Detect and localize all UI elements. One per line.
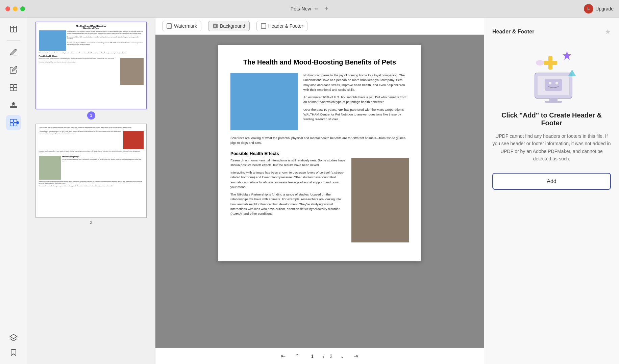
- svg-rect-5: [14, 84, 17, 87]
- sidebar-bottom: [6, 330, 21, 360]
- sidebar-item-stamp[interactable]: [6, 98, 21, 112]
- svg-point-31: [536, 60, 544, 66]
- doc-para2: An estimated 68% of U.S. households have…: [303, 95, 409, 105]
- svg-rect-1: [14, 26, 17, 32]
- doc-para3: Over the past 10 years, NIH has partnere…: [303, 107, 409, 122]
- prev-page-button[interactable]: ⌃: [293, 352, 301, 361]
- titlebar: Pets-New ✏ + L Upgrade: [0, 0, 619, 18]
- sidebar-divider: [7, 41, 20, 41]
- content-area: Watermark Background Header & Footer: [155, 18, 484, 364]
- star-icon[interactable]: ★: [605, 28, 611, 36]
- svg-point-29: [555, 82, 558, 84]
- left-sidebar: [0, 18, 27, 364]
- sidebar-item-reader[interactable]: [6, 22, 21, 36]
- right-panel-title: Click "Add" to Create Header & Footer: [492, 111, 611, 127]
- right-panel-description: UPDF cannot find any headers or footers …: [492, 132, 611, 163]
- minimize-button[interactable]: [13, 6, 18, 11]
- background-tab[interactable]: Background: [208, 21, 250, 31]
- titlebar-right: L Upgrade: [584, 4, 614, 14]
- header-footer-label: Header & Footer: [268, 23, 303, 29]
- last-page-button[interactable]: ⇥: [352, 352, 360, 361]
- page-thumb-inner-2[interactable]: This is a broadly important problem for …: [35, 124, 147, 218]
- doc-cols-1: Nothing compares to the joy of coming ho…: [230, 73, 409, 130]
- sidebar-item-edit[interactable]: [6, 62, 21, 77]
- svg-rect-17: [261, 24, 266, 28]
- svg-marker-26: [563, 51, 571, 60]
- svg-rect-0: [10, 26, 13, 32]
- user-avatar: L: [584, 4, 593, 14]
- sidebar-item-tools[interactable]: [6, 115, 21, 130]
- sidebar-item-layers[interactable]: [6, 330, 21, 345]
- watermark-tab[interactable]: Watermark: [162, 21, 201, 31]
- doc-main-title: The Health and Mood-Boosting Benefits of…: [230, 58, 409, 66]
- pagination-bar: ⇤ ⌃ 1 / 2 ⌄ ⇥: [155, 348, 484, 364]
- titlebar-center: Pets-New ✏ +: [291, 5, 328, 12]
- upgrade-button[interactable]: L Upgrade: [584, 4, 614, 14]
- svg-rect-9: [10, 119, 13, 122]
- maximize-button[interactable]: [20, 6, 25, 11]
- right-illustration: [515, 43, 589, 105]
- traffic-lights: [5, 6, 25, 11]
- next-page-button[interactable]: ⌄: [338, 352, 346, 361]
- document-title: Pets-New: [291, 6, 311, 11]
- pages-panel: The Health and Mood-BoostingBenefits of …: [27, 18, 155, 364]
- svg-rect-11: [10, 123, 13, 126]
- right-panel: Header & Footer ★: [484, 18, 619, 364]
- doc-page-1: The Health and Mood-Boosting Benefits of…: [218, 45, 421, 261]
- svg-rect-25: [544, 61, 557, 65]
- doc-cols-2: Research on human-animal interactions is…: [230, 158, 409, 242]
- sidebar-item-bookmark[interactable]: [6, 345, 21, 360]
- page-thumb-1[interactable]: The Health and Mood-BoostingBenefits of …: [30, 22, 152, 120]
- page-separator: /: [323, 354, 324, 359]
- page-thumb-2[interactable]: This is a broadly important problem for …: [30, 124, 152, 225]
- sidebar-item-annotate[interactable]: [6, 45, 21, 60]
- doc-cat-image: [230, 73, 298, 130]
- close-button[interactable]: [5, 6, 10, 11]
- svg-rect-6: [10, 88, 13, 91]
- edit-title-icon[interactable]: ✏: [315, 6, 319, 11]
- page-badge-1: 1: [87, 111, 95, 120]
- watermark-label: Watermark: [174, 23, 197, 29]
- svg-rect-7: [14, 88, 17, 91]
- upgrade-label: Upgrade: [595, 6, 614, 11]
- add-button[interactable]: Add: [492, 173, 611, 190]
- main-container: The Health and Mood-BoostingBenefits of …: [0, 18, 619, 364]
- page-thumb-inner-1[interactable]: The Health and Mood-BoostingBenefits of …: [35, 22, 147, 109]
- active-dot: [16, 121, 19, 124]
- panel-title: Header & Footer: [492, 29, 534, 35]
- doc-view: The Health and Mood-Boosting Benefits of…: [155, 35, 484, 348]
- svg-point-28: [549, 82, 551, 84]
- svg-rect-27: [545, 79, 562, 91]
- right-panel-header: Header & Footer ★: [492, 28, 611, 36]
- doc-dog-image: [351, 158, 409, 242]
- background-label: Background: [220, 23, 245, 29]
- doc-intro-text: Nothing compares to the joy of coming ho…: [303, 73, 409, 130]
- svg-rect-23: [545, 101, 562, 103]
- svg-point-8: [13, 103, 14, 105]
- total-pages: 2: [330, 354, 332, 359]
- new-tab-icon[interactable]: +: [325, 5, 329, 12]
- current-page-input[interactable]: 1: [307, 354, 318, 359]
- doc-para1: Nothing compares to the joy of coming ho…: [303, 73, 409, 92]
- doc-bridge-text: Scientists are looking at what the poten…: [230, 136, 409, 146]
- header-footer-tab[interactable]: Header & Footer: [256, 21, 308, 31]
- svg-rect-4: [10, 84, 13, 87]
- toolbar: Watermark Background Header & Footer: [155, 18, 484, 35]
- sidebar-item-organize[interactable]: [6, 80, 21, 95]
- doc-section1-text: Research on human-animal interactions is…: [230, 158, 346, 242]
- svg-marker-13: [10, 334, 17, 339]
- svg-rect-16: [214, 25, 217, 27]
- doc-section1-title: Possible Health Effects: [230, 151, 409, 156]
- first-page-button[interactable]: ⇤: [279, 352, 288, 361]
- page-number-2: 2: [90, 220, 92, 225]
